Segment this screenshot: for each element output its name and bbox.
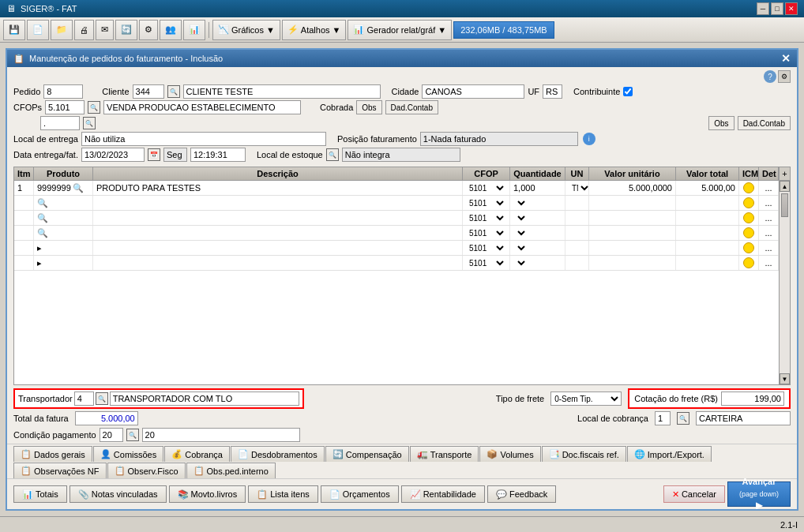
toolbar-print[interactable]: 🖨: [74, 20, 94, 40]
cliente-search-button[interactable]: 🔍: [167, 85, 180, 98]
cell-det[interactable]: ...: [759, 181, 779, 195]
help-icon[interactable]: ?: [764, 70, 776, 83]
cfop2-search-button[interactable]: 🔍: [83, 117, 96, 129]
dad-contab-button-2[interactable]: Dad.Contab: [738, 116, 791, 130]
add-row-button[interactable]: +: [779, 167, 790, 180]
minimize-button[interactable]: ─: [757, 2, 769, 15]
toolbar-refresh[interactable]: 🔄: [115, 20, 137, 40]
det-2[interactable]: ...: [759, 196, 779, 210]
cotacao-input[interactable]: [721, 392, 784, 406]
det-6[interactable]: ...: [759, 256, 779, 270]
obs-button-2[interactable]: Obs: [708, 116, 734, 130]
scroll-down[interactable]: ▼: [780, 373, 790, 384]
local-estoque-search-button[interactable]: 🔍: [326, 148, 339, 161]
scroll-thumb[interactable]: [781, 193, 788, 217]
cfop2-input[interactable]: [40, 116, 80, 130]
posicao-info-icon[interactable]: i: [583, 133, 595, 145]
cond-id-input[interactable]: [100, 428, 123, 442]
obs-button-1[interactable]: Obs: [356, 100, 381, 114]
rentabilidade-button[interactable]: 📈 Rentabilidade: [401, 485, 485, 503]
det-4[interactable]: ...: [759, 226, 779, 240]
memory-button[interactable]: 232,06MB / 483,75MB: [453, 21, 554, 39]
scroll-track[interactable]: [780, 192, 790, 373]
qty-select-4[interactable]: ▼: [513, 227, 528, 239]
close-button[interactable]: ✕: [785, 2, 798, 15]
maximize-button[interactable]: □: [771, 2, 783, 15]
cfop-select-4[interactable]: 5101: [466, 227, 506, 239]
cliente-id-input[interactable]: [133, 84, 164, 99]
lista-itens-button[interactable]: 📋 Lista itens: [248, 485, 318, 503]
notas-vinculadas-button[interactable]: 📎 Notas vinculadas: [70, 485, 167, 503]
local-cobranca-id[interactable]: [655, 411, 671, 425]
orcamentos-button[interactable]: 📄 Orçamentos: [321, 485, 399, 503]
det-3[interactable]: ...: [759, 211, 779, 225]
tab-cobranca[interactable]: 💰 Cobrança: [164, 446, 230, 462]
tab-import-export[interactable]: 🌐 Import./Export.: [627, 446, 712, 462]
dad-contab-button-1[interactable]: Dad.Contab: [385, 100, 438, 114]
toolbar-save[interactable]: 💾: [3, 20, 25, 40]
dialog-close-button[interactable]: ✕: [781, 52, 791, 65]
qty-select-6[interactable]: ▼: [513, 257, 528, 269]
toolbar-open[interactable]: 📁: [51, 20, 73, 40]
qty-select-3[interactable]: ▼: [513, 212, 528, 224]
det-5[interactable]: ...: [759, 241, 779, 255]
cfop-input[interactable]: [45, 100, 85, 114]
cfop-select[interactable]: 5101: [466, 182, 506, 194]
cfop-desc-input[interactable]: [103, 100, 301, 114]
toolbar-more[interactable]: 📊: [183, 20, 205, 40]
cfop-select-5[interactable]: 5101: [466, 242, 506, 254]
toolbar-new[interactable]: 📄: [27, 20, 49, 40]
scroll-up[interactable]: ▲: [780, 181, 790, 192]
cliente-name-input[interactable]: [183, 84, 381, 99]
time-input[interactable]: [190, 148, 246, 162]
data-entrega-input[interactable]: [81, 148, 145, 162]
qty-select-5[interactable]: ▼: [513, 242, 528, 254]
uf-input[interactable]: [543, 84, 562, 99]
tipo-frete-select[interactable]: 0-Sem Tip.: [550, 392, 622, 406]
cond-value-input[interactable]: [142, 428, 300, 442]
local-entrega-input[interactable]: [81, 132, 326, 146]
tab-compensacao[interactable]: 🔄 Compensação: [325, 446, 409, 462]
cidade-input[interactable]: [422, 84, 524, 99]
tab-transporte[interactable]: 🚛 Transporte: [410, 446, 479, 462]
qty-select-2[interactable]: ▼: [513, 197, 528, 209]
grid-scrollbar[interactable]: ▲ ▼: [779, 181, 790, 384]
tab-desdobramentos[interactable]: 📄 Desdobramentos: [231, 446, 325, 462]
tab-dados-gerais[interactable]: 📋 Dados gerais: [13, 446, 92, 462]
transportador-search-button[interactable]: 🔍: [96, 392, 108, 405]
cfop-search-button[interactable]: 🔍: [88, 101, 100, 114]
transportador-id-input[interactable]: [74, 392, 94, 406]
graficos-button[interactable]: 📉 Gráficos ▼: [212, 20, 280, 40]
calendar-icon[interactable]: 📅: [148, 148, 160, 161]
contribuinte-checkbox[interactable]: [623, 87, 633, 96]
toolbar-config[interactable]: ⚙: [139, 20, 158, 40]
transportador-name-input[interactable]: [110, 392, 299, 406]
cell-icms[interactable]: [739, 181, 759, 195]
atalhos-button[interactable]: ⚡ Atalhos ▼: [282, 20, 347, 40]
cfop-select-2[interactable]: 5101: [466, 197, 506, 209]
tab-doc-fiscais[interactable]: 📑 Doc.fiscais ref.: [542, 446, 626, 462]
movto-livros-button[interactable]: 📚 Movto.livros: [169, 485, 246, 503]
cond-search-button[interactable]: 🔍: [126, 429, 139, 441]
tab-comissoes[interactable]: 👤 Comissões: [93, 446, 163, 462]
tab-volumes[interactable]: 📦 Volumes: [479, 446, 540, 462]
gerador-button[interactable]: 📊 Gerador relat/gráf ▼: [348, 20, 452, 40]
graficos-arrow: ▼: [266, 25, 275, 35]
totais-button[interactable]: 📊 Totais: [13, 485, 67, 503]
toolbar-email[interactable]: ✉: [96, 20, 114, 40]
toolbar-people[interactable]: 👥: [160, 20, 182, 40]
cancel-button[interactable]: ✕ Cancelar: [663, 485, 725, 503]
cfop-select-3[interactable]: 5101: [466, 212, 506, 224]
cfop-select-6[interactable]: 5101: [466, 257, 506, 269]
tab-obs-nf[interactable]: 📋 Observações NF: [13, 463, 107, 478]
tab-obs-ped-interno[interactable]: 📋 Obs.ped.interno: [186, 463, 276, 478]
advance-button[interactable]: Avançar (page down) ▶: [727, 481, 791, 507]
settings-icon[interactable]: ⚙: [778, 70, 791, 83]
local-cobranca-search-button[interactable]: 🔍: [677, 412, 689, 425]
atalhos-icon: ⚡: [287, 24, 299, 35]
un-select[interactable]: TN: [569, 182, 589, 194]
local-cobranca-input[interactable]: [696, 411, 791, 425]
tab-observ-fisco[interactable]: 📋 Observ.Fisco: [107, 463, 186, 478]
feedback-button[interactable]: 💬 Feedback: [487, 485, 556, 503]
pedido-input[interactable]: [43, 84, 83, 99]
